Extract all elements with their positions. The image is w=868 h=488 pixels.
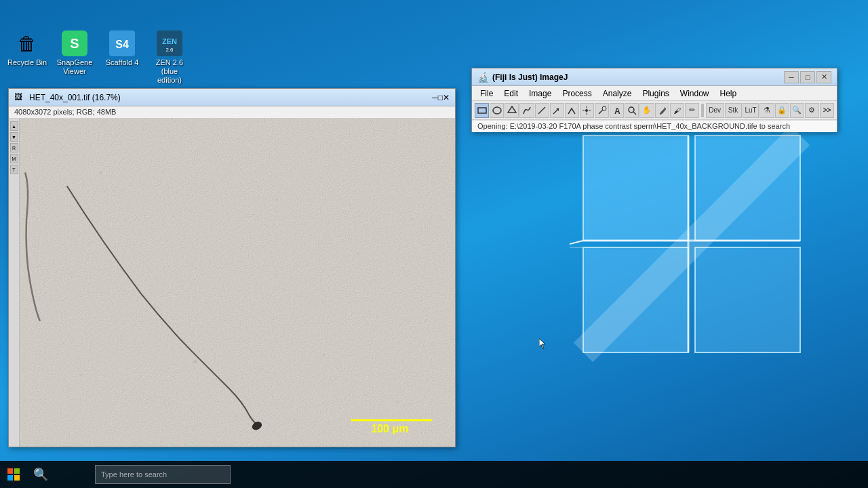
tool-eyedropper[interactable]: [655, 103, 669, 118]
svg-rect-56: [14, 475, 20, 481]
svg-rect-55: [7, 475, 13, 481]
imagej-minimize-button[interactable]: ─: [784, 71, 799, 83]
svg-point-37: [154, 306, 156, 308]
menu-image[interactable]: Image: [524, 87, 557, 100]
tool-angle[interactable]: [565, 103, 579, 118]
zen-label: ZEN 2.6 (blue edition): [149, 58, 191, 85]
svg-point-30: [629, 107, 634, 113]
tool-rectangle[interactable]: [475, 103, 489, 118]
taskbar-cortana[interactable]: 🔍: [27, 461, 54, 488]
svg-point-44: [397, 401, 399, 403]
svg-text:S4: S4: [115, 39, 129, 50]
tool-more1[interactable]: ⚗: [760, 103, 774, 118]
menu-analyze[interactable]: Analyze: [597, 87, 637, 100]
imagej-status-text: Opening: E:\2019-03-20 F170A phase contr…: [477, 122, 790, 130]
tool-text[interactable]: A: [610, 103, 624, 118]
svg-rect-54: [14, 468, 20, 474]
image-left-toolbar: ▲ ▼ R M T: [9, 119, 20, 447]
svg-rect-50: [351, 419, 432, 421]
image-titlebar[interactable]: 🖼 HET_40x_001.tif (16.7%) ─ □ ✕: [9, 89, 455, 106]
svg-point-28: [602, 106, 606, 110]
svg-point-47: [194, 360, 197, 363]
menu-window[interactable]: Window: [675, 87, 715, 100]
tool-polygon[interactable]: [505, 103, 519, 118]
svg-text:100 μm: 100 μm: [371, 423, 408, 434]
tool-point[interactable]: [580, 103, 594, 118]
tool-more3[interactable]: 🔍: [790, 103, 804, 118]
tool-hand[interactable]: ✋: [639, 103, 654, 118]
tool-more4[interactable]: ⚙: [805, 103, 819, 118]
recycle-bin-icon: 🗑: [14, 30, 41, 57]
svg-line-7: [570, 241, 583, 244]
svg-text:ZEN: ZEN: [162, 37, 177, 45]
left-tool-1[interactable]: ▲: [10, 121, 18, 131]
tool-paintbrush[interactable]: 🖌: [670, 103, 684, 118]
menu-file[interactable]: File: [475, 87, 498, 100]
imagej-window-icon: 🔬: [477, 72, 488, 83]
svg-point-43: [309, 158, 311, 160]
recycle-bin-label: Recycle Bin: [7, 58, 47, 67]
image-window-icon: 🖼: [14, 92, 25, 103]
desktop-icon-recycle-bin[interactable]: 🗑 Recycle Bin: [3, 27, 51, 70]
microscopy-image: 100 μm: [20, 119, 455, 447]
image-restore-button[interactable]: □: [438, 93, 443, 102]
svg-rect-16: [478, 108, 486, 113]
tool-freehand[interactable]: [519, 103, 534, 118]
menu-plugins[interactable]: Plugins: [637, 87, 674, 100]
svg-point-40: [79, 374, 82, 377]
left-tool-4[interactable]: M: [10, 154, 18, 163]
left-tool-3[interactable]: R: [10, 143, 18, 152]
desktop-icon-zen[interactable]: ZEN 2.6 ZEN 2.6 (blue edition): [146, 27, 193, 88]
imagej-toolbar: A ✋ 🖌 ✏ Dev Stk LuT ⚗ 🔒: [472, 101, 837, 120]
image-info-bar: 4080x3072 pixels; RGB; 48MB: [9, 106, 455, 119]
taskbar-start-button[interactable]: [0, 461, 27, 488]
tool-wand[interactable]: [595, 103, 609, 118]
svg-text:S: S: [70, 36, 79, 51]
svg-point-35: [275, 199, 277, 201]
windows-logo: [570, 122, 814, 366]
imagej-titlebar[interactable]: 🔬 (Fiji Is Just) ImageJ ─ □ ✕: [472, 68, 837, 86]
left-tool-5[interactable]: T: [10, 165, 18, 174]
imagej-menubar: File Edit Image Process Analyze Plugins …: [472, 86, 837, 101]
desktop-icon-scaffold[interactable]: S4 Scaffold 4: [98, 27, 146, 70]
tool-more2[interactable]: 🔒: [775, 103, 789, 118]
tool-arrow[interactable]: [550, 103, 564, 118]
image-close-button[interactable]: ✕: [443, 93, 450, 102]
taskbar[interactable]: 🔍 Type here to search: [0, 461, 868, 488]
menu-help[interactable]: Help: [715, 87, 743, 100]
svg-point-45: [134, 219, 136, 221]
svg-point-46: [425, 320, 427, 322]
svg-point-41: [235, 415, 237, 417]
svg-text:A: A: [614, 106, 620, 115]
tool-zoom[interactable]: [625, 103, 639, 118]
imagej-restore-button[interactable]: □: [800, 71, 815, 83]
tool-lut[interactable]: LuT: [743, 103, 760, 118]
tool-more5[interactable]: >>: [820, 103, 834, 118]
tool-stk[interactable]: Stk: [725, 103, 742, 118]
svg-line-31: [633, 112, 636, 115]
tool-oval[interactable]: [490, 103, 504, 118]
image-window: 🖼 HET_40x_001.tif (16.7%) ─ □ ✕ 4080x307…: [8, 88, 456, 447]
svg-line-19: [538, 107, 545, 114]
svg-point-17: [493, 107, 501, 114]
imagej-close-button[interactable]: ✕: [816, 71, 831, 83]
zen-icon: ZEN 2.6: [156, 30, 183, 57]
image-canvas[interactable]: ▲ ▼ R M T: [9, 119, 455, 447]
tool-line[interactable]: [535, 103, 549, 118]
tool-dev[interactable]: Dev: [706, 103, 724, 118]
desktop: 🗑 Recycle Bin S SnapGene Viewer S4 Scaff…: [0, 0, 868, 488]
svg-point-36: [356, 252, 359, 255]
menu-process[interactable]: Process: [557, 87, 597, 100]
image-minimize-button[interactable]: ─: [432, 93, 438, 102]
menu-edit[interactable]: Edit: [498, 87, 524, 100]
desktop-icon-snapgene[interactable]: S SnapGene Viewer: [51, 27, 98, 79]
snapgene-icon: S: [61, 30, 88, 57]
taskbar-search-box[interactable]: Type here to search: [95, 465, 231, 484]
tool-pencil[interactable]: ✏: [685, 103, 699, 118]
left-tool-2[interactable]: ▼: [10, 132, 18, 142]
svg-point-22: [585, 109, 588, 112]
svg-marker-52: [539, 339, 545, 349]
svg-point-39: [411, 219, 413, 221]
mouse-cursor: [539, 338, 547, 350]
svg-point-34: [100, 171, 102, 174]
